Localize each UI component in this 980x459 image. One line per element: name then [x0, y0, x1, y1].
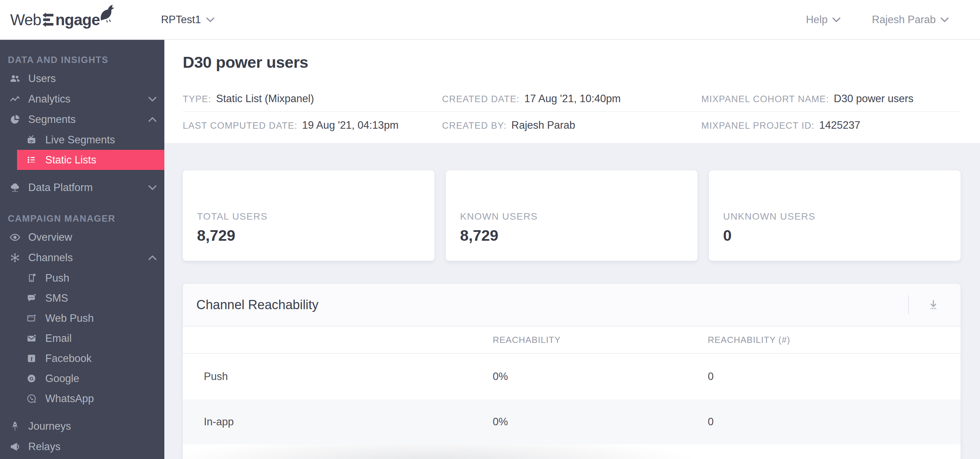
meta-mixpanel-project-id: MIXPANEL PROJECT ID: 1425237 — [701, 112, 961, 137]
sidebar-item-label: Facebook — [45, 352, 92, 365]
users-icon — [9, 73, 21, 84]
meta-created-date: CREATED DATE: 17 Aug '21, 10:40pm — [442, 88, 701, 112]
overview-eye-icon — [9, 231, 21, 243]
page-header: D30 power users TYPE: Static List (Mixpa… — [164, 40, 980, 143]
cell-reachability: 0% — [493, 416, 708, 428]
cell-channel: Push — [183, 370, 493, 383]
stat-value: 8,729 — [197, 227, 434, 244]
stat-value: 8,729 — [460, 227, 698, 244]
sms-bubble-icon — [26, 293, 37, 303]
data-platform-cloud-icon — [9, 182, 21, 193]
sidebar-item-users[interactable]: Users — [0, 69, 164, 89]
google-icon: G — [26, 373, 37, 384]
stat-value: 0 — [723, 227, 961, 244]
sidebar-item-journeys[interactable]: Journeys — [0, 416, 164, 437]
sidebar-item-label: WhatsApp — [45, 393, 94, 405]
column-header-reachability-count: REACHABILITY (#) — [708, 335, 961, 345]
help-menu[interactable]: Help — [806, 14, 840, 26]
sidebar-item-label: Push — [45, 272, 69, 284]
meta-created-by: CREATED BY: Rajesh Parab — [442, 112, 701, 137]
sidebar-section-data-and-insights: DATA AND INSIGHTS — [0, 54, 164, 66]
meta-type: TYPE: Static List (Mixpanel) — [183, 88, 442, 112]
webengage-logo[interactable]: Web ngage — [10, 0, 100, 39]
sidebar-item-label: Static Lists — [45, 154, 96, 166]
stat-cards: TOTAL USERS 8,729 KNOWN USERS 8,729 UNKN… — [183, 170, 961, 261]
help-label: Help — [806, 14, 827, 26]
email-envelope-icon — [26, 333, 37, 344]
facebook-icon: f — [26, 353, 37, 363]
stat-label: UNKNOWN USERS — [723, 211, 961, 222]
sidebar-item-whatsapp[interactable]: WhatsApp — [17, 389, 164, 409]
sidebar-item-label: Web Push — [45, 312, 94, 325]
stat-label: TOTAL USERS — [197, 211, 434, 222]
stat-card-total-users: TOTAL USERS 8,729 — [183, 170, 434, 261]
sidebar-item-static-lists[interactable]: Static Lists — [17, 150, 164, 170]
table-row[interactable]: In-app 0% 0 — [183, 399, 961, 445]
user-name: Rajesh Parab — [872, 14, 936, 26]
sidebar-item-label: Users — [28, 73, 56, 85]
sidebar-item-relays[interactable]: Relays — [0, 437, 164, 457]
chevron-up-icon — [148, 255, 157, 261]
logo-text-engage: ngage — [56, 11, 100, 29]
meta-mixpanel-cohort-name: MIXPANEL COHORT NAME: D30 power users — [701, 88, 961, 112]
sidebar-item-data-platform[interactable]: Data Platform — [0, 177, 164, 198]
sidebar-item-google[interactable]: G Google — [17, 368, 164, 389]
sidebar-item-label: Relays — [28, 441, 60, 453]
table-header-row: REACHABILITY REACHABILITY (#) — [183, 327, 961, 354]
sidebar-section-campaign-manager: CAMPAIGN MANAGER — [0, 213, 164, 225]
user-menu[interactable]: Rajesh Parab — [872, 14, 949, 26]
stat-card-unknown-users: UNKNOWN USERS 0 — [709, 170, 961, 261]
table-row-partial — [183, 445, 961, 459]
table-row[interactable]: Push 0% 0 — [183, 354, 961, 399]
sidebar-item-facebook[interactable]: f Facebook — [17, 348, 164, 368]
sidebar-item-sms[interactable]: SMS — [17, 288, 164, 308]
sidebar-item-push[interactable]: Push — [17, 268, 164, 288]
sidebar-item-label: SMS — [45, 292, 68, 304]
cell-reachability: 0% — [493, 370, 708, 383]
sidebar-item-analytics[interactable]: Analytics — [0, 89, 164, 109]
sidebar-item-label: Google — [45, 373, 79, 385]
project-switcher[interactable]: RPTest1 — [161, 14, 215, 26]
sidebar-item-label: Email — [45, 332, 72, 344]
sidebar-nav: DATA AND INSIGHTS Users Analytics — [0, 40, 164, 459]
web-push-icon — [26, 313, 37, 324]
sidebar-item-label: Live Segments — [45, 134, 115, 146]
meta-last-computed-date: LAST COMPUTED DATE: 19 Aug '21, 04:13pm — [183, 112, 442, 137]
sidebar-item-label: Overview — [28, 231, 72, 244]
sidebar-item-label: Analytics — [28, 93, 70, 105]
column-header-reachability: REACHABILITY — [493, 335, 708, 345]
svg-text:f: f — [30, 355, 33, 362]
sidebar-item-channels[interactable]: Channels — [0, 247, 164, 268]
cell-channel: In-app — [183, 416, 493, 428]
analytics-icon — [9, 93, 21, 105]
cell-reachability-count: 0 — [708, 370, 961, 383]
sidebar-item-label: Journeys — [28, 420, 71, 432]
chevron-down-icon — [148, 96, 157, 102]
divider — [908, 295, 909, 314]
segments-icon — [9, 114, 21, 125]
chevron-down-icon — [940, 17, 949, 22]
page-title: D30 power users — [183, 53, 961, 72]
main-content: D30 power users TYPE: Static List (Mixpa… — [164, 40, 980, 459]
sidebar-item-segments[interactable]: Segments — [0, 109, 164, 130]
download-button[interactable] — [924, 295, 943, 314]
sidebar-item-live-segments[interactable]: Live Segments — [17, 130, 164, 150]
stat-card-known-users: KNOWN USERS 8,729 — [446, 170, 698, 261]
logo-text-web: Web — [10, 11, 41, 29]
download-icon — [927, 298, 940, 312]
sidebar-item-overview[interactable]: Overview — [0, 227, 164, 247]
sidebar-item-label: Segments — [28, 113, 76, 126]
chevron-down-icon — [206, 17, 215, 22]
sidebar-item-label: Channels — [28, 252, 73, 264]
sidebar-item-label: Data Platform — [28, 182, 93, 194]
sidebar-item-email[interactable]: Email — [17, 328, 164, 348]
chevron-down-icon — [148, 185, 157, 191]
sidebar-item-web-push[interactable]: Web Push — [17, 308, 164, 328]
journeys-rocket-icon — [9, 421, 21, 432]
channels-hub-icon — [9, 252, 21, 263]
chevron-up-icon — [148, 116, 157, 123]
static-lists-icon — [26, 155, 37, 165]
channel-reachability-title: Channel Reachability — [196, 298, 318, 312]
chevron-down-icon — [832, 17, 840, 22]
channel-reachability-card: Channel Reachability REACHABILITY REAC — [183, 284, 961, 459]
